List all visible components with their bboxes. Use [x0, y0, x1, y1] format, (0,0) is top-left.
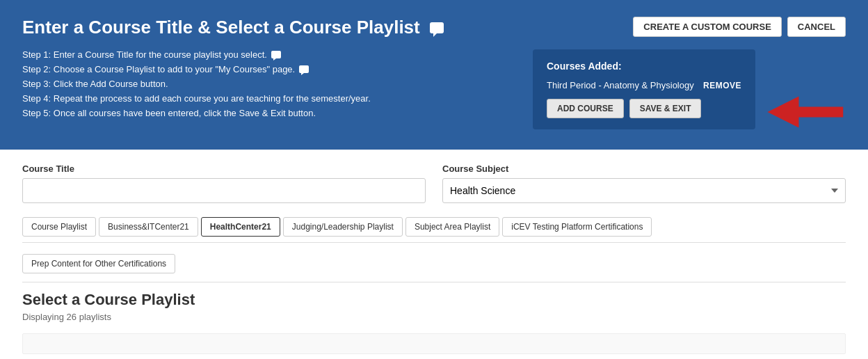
- step-2: Step 2: Choose a Course Playlist to add …: [22, 64, 519, 74]
- course-title-group: Course Title: [22, 163, 426, 203]
- remove-course-button[interactable]: REMOVE: [703, 81, 741, 90]
- panel-buttons: ADD COURSE SAVE & EXIT: [547, 99, 741, 118]
- save-exit-button[interactable]: SAVE & EXIT: [629, 99, 702, 118]
- tabs-row: Course Playlist Business&ITCenter21 Heal…: [22, 217, 846, 243]
- step-1-chat-icon: [271, 51, 281, 58]
- svg-marker-0: [768, 97, 844, 128]
- create-custom-course-button[interactable]: CREATE A CUSTOM COURSE: [633, 17, 781, 37]
- playlist-section-title: Select a Course Playlist: [22, 291, 846, 309]
- step-4: Step 4: Repeat the process to add each c…: [22, 93, 519, 104]
- chat-bubble-icon: [430, 22, 444, 33]
- cancel-button[interactable]: CANCEL: [787, 17, 846, 37]
- banner-actions: CREATE A CUSTOM COURSE CANCEL: [633, 17, 846, 37]
- add-course-button[interactable]: ADD COURSE: [547, 99, 624, 118]
- red-arrow-icon: [762, 91, 846, 133]
- banner-steps: Step 1: Enter a Course Title for the cou…: [22, 49, 519, 133]
- divider: [22, 282, 846, 282]
- tab-course-playlist[interactable]: Course Playlist: [22, 217, 96, 237]
- course-item: Third Period - Anatomy & Physiology REMO…: [547, 80, 741, 90]
- step-3-text: Step 3: Click the Add Course button.: [22, 79, 168, 89]
- tab-healthcenter21[interactable]: HealthCenter21: [201, 217, 280, 237]
- step-2-text: Step 2: Choose a Course Playlist to add …: [22, 64, 295, 74]
- step-2-chat-icon: [299, 65, 309, 73]
- tab-prep-content[interactable]: Prep Content for Other Certifications: [22, 254, 175, 273]
- playlist-section: Select a Course Playlist Displaying 26 p…: [22, 291, 846, 354]
- step-1: Step 1: Enter a Course Title for the cou…: [22, 49, 519, 60]
- tab-business-itcenter21[interactable]: Business&ITCenter21: [99, 217, 198, 237]
- arrow-container: [755, 49, 846, 133]
- course-subject-label: Course Subject: [442, 163, 846, 174]
- step-3: Step 3: Click the Add Course button.: [22, 79, 519, 89]
- courses-added-panel: Courses Added: Third Period - Anatomy & …: [533, 49, 755, 129]
- course-title-label: Course Title: [22, 163, 426, 174]
- playlist-list-placeholder: [22, 333, 846, 354]
- playlist-count: Displaying 26 playlists: [22, 312, 846, 322]
- page-title-text: Enter a Course Title & Select a Course P…: [22, 17, 420, 38]
- step-1-text: Step 1: Enter a Course Title for the cou…: [22, 49, 267, 60]
- tabs-row-2: Prep Content for Other Certifications: [22, 254, 846, 273]
- course-subject-select[interactable]: Health Science Business & IT Agriculture…: [442, 178, 846, 203]
- course-subject-group: Course Subject Health Science Business &…: [442, 163, 846, 203]
- tab-icev-certifications[interactable]: iCEV Testing Platform Certifications: [502, 217, 652, 237]
- banner-top: Enter a Course Title & Select a Course P…: [22, 17, 846, 38]
- tab-subject-area[interactable]: Subject Area Playlist: [405, 217, 499, 237]
- step-4-text: Step 4: Repeat the process to add each c…: [22, 93, 371, 104]
- main-content: Course Title Course Subject Health Scien…: [0, 150, 868, 359]
- banner-content: Step 1: Enter a Course Title for the cou…: [22, 49, 846, 133]
- course-title-input[interactable]: [22, 178, 426, 203]
- courses-panel-title: Courses Added:: [547, 61, 741, 72]
- banner: Enter a Course Title & Select a Course P…: [0, 0, 868, 150]
- step-5-text: Step 5: Once all courses have been enter…: [22, 108, 316, 118]
- tab-judging-leadership[interactable]: Judging/Leadership Playlist: [283, 217, 403, 237]
- course-item-name: Third Period - Anatomy & Physiology: [547, 80, 694, 90]
- page-title: Enter a Course Title & Select a Course P…: [22, 17, 444, 38]
- form-row: Course Title Course Subject Health Scien…: [22, 163, 846, 203]
- step-5: Step 5: Once all courses have been enter…: [22, 108, 519, 118]
